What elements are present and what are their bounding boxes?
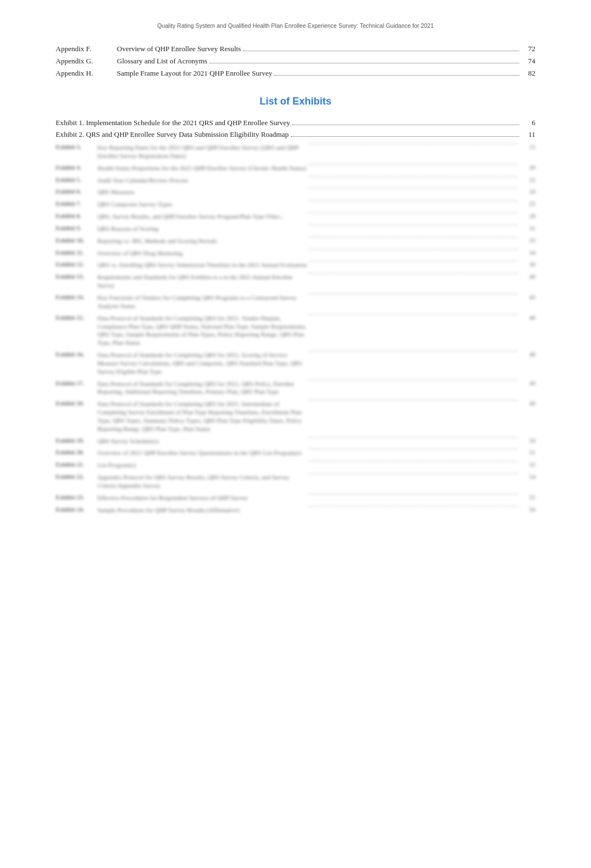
blurred-exhibit-num: Exhibit 12.: [56, 261, 97, 267]
blurred-exhibit-desc: Effective Procedures for Respondent Surv…: [97, 494, 307, 502]
blurred-exhibit-page: 40: [520, 273, 535, 280]
blurred-exhibit-desc: Data Protocol of Standards for Completin…: [97, 380, 307, 396]
exhibit-entry-1: Exhibit 1. Implementation Schedule for t…: [56, 118, 535, 127]
blurred-exhibit-page: 50: [520, 437, 535, 444]
blurred-exhibit-desc: Requirements and Standards for QRS Exhib…: [97, 273, 307, 290]
blurred-exhibit-entry: Exhibit 9.QRS Reasons of Scoring31: [56, 225, 535, 233]
blurred-exhibit-num: Exhibit 17.: [56, 380, 97, 386]
blurred-exhibit-entry: Exhibit 18.Data Protocol of Standards fo…: [56, 400, 535, 433]
exhibit-2-title: Exhibit 2. QRS and QHP Enrollee Survey D…: [56, 130, 535, 139]
blurred-exhibit-desc: Data Protocol of Standards for Completin…: [97, 351, 307, 376]
exhibit-dots: [292, 125, 519, 125]
appendix-f-label: Appendix F.: [56, 44, 117, 53]
blurred-dots: [309, 449, 519, 449]
blurred-dots: [309, 314, 519, 315]
blurred-dots: [309, 249, 519, 250]
blurred-exhibit-num: Exhibit 10.: [56, 237, 97, 244]
blurred-exhibit-page: 48: [520, 314, 535, 321]
blurred-exhibit-num: Exhibit 14.: [56, 294, 97, 300]
blurred-dots: [309, 261, 519, 261]
blurred-dots: [309, 437, 519, 438]
blurred-exhibit-page: 28: [520, 212, 535, 219]
blurred-exhibit-desc: Data Protocol of Standards for Completin…: [97, 400, 307, 433]
blurred-exhibit-desc: Health Status Proportions for the 2021 Q…: [97, 164, 307, 172]
blurred-exhibit-desc: Data Protocol of Standards for Completin…: [97, 314, 307, 347]
blurred-exhibit-desc: Audit Year Calendar/Review Process: [97, 176, 307, 185]
blurred-dots: [309, 225, 519, 225]
blurred-exhibit-page: 48: [520, 351, 535, 358]
blurred-exhibit-num: Exhibit 19.: [56, 437, 97, 444]
blurred-exhibit-desc: Sample Procedures for QHP Survey Results…: [97, 506, 307, 514]
page: Quality Rating System and Qualified Heal…: [0, 0, 591, 868]
blurred-dots: [309, 400, 519, 400]
blurred-dots: [309, 200, 519, 201]
blurred-exhibit-page: 51: [520, 449, 535, 455]
blurred-exhibit-entry: Exhibit 7.QRS Composite Survey Types25: [56, 200, 535, 209]
blurred-dots: [309, 473, 519, 474]
blurred-exhibit-entry: Exhibit 24.Sample Procedures for QHP Sur…: [56, 506, 535, 514]
blurred-exhibit-entry: Exhibit 16.Data Protocol of Standards fo…: [56, 351, 535, 376]
blurred-exhibit-entry: Exhibit 15.Data Protocol of Standards fo…: [56, 314, 535, 347]
blurred-exhibit-entry: Exhibit 10.Reporting vs. IRS, Methods an…: [56, 237, 535, 245]
toc-dots: [243, 51, 519, 51]
blurred-exhibit-desc: Overview of QRS Drug Marketing: [97, 249, 307, 257]
exhibit-entry-2: Exhibit 2. QRS and QHP Enrollee Survey D…: [56, 130, 535, 139]
blurred-exhibit-page: 25: [520, 200, 535, 207]
blurred-exhibit-entry: Exhibit 11.Overview of QRS Drug Marketin…: [56, 249, 535, 257]
blurred-exhibit-desc: Overview of 2021 QHP Enrollee Survey Que…: [97, 449, 307, 457]
blurred-exhibit-entry: Exhibit 21.List Program(s)52: [56, 461, 535, 469]
blurred-exhibit-num: Exhibit 24.: [56, 506, 97, 513]
appendix-g-label: Appendix G.: [56, 57, 117, 66]
appendix-toc: Appendix F. Overview of QHP Enrollee Sur…: [56, 44, 535, 78]
blurred-exhibit-page: 31: [520, 225, 535, 231]
blurred-exhibit-page: 34: [520, 249, 535, 256]
blurred-exhibit-entry: Exhibit 17.Data Protocol of Standards fo…: [56, 380, 535, 396]
blurred-exhibit-desc: QRS vs. Enrolling QRS Survey Submission …: [97, 261, 307, 269]
blurred-exhibit-num: Exhibit 5.: [56, 176, 97, 183]
appendix-f-title: Overview of QHP Enrollee Survey Results …: [117, 44, 535, 53]
blurred-exhibit-page: 43: [520, 294, 535, 300]
toc-entry-h: Appendix H. Sample Frame Layout for 2021…: [56, 69, 535, 78]
blurred-exhibit-page: 24: [520, 188, 535, 195]
blurred-exhibit-num: Exhibit 3.: [56, 143, 97, 150]
blurred-exhibit-num: Exhibit 15.: [56, 314, 97, 321]
blurred-dots: [309, 494, 519, 494]
toc-dots: [274, 75, 519, 76]
blurred-exhibit-page: 22: [520, 176, 535, 183]
blurred-exhibit-num: Exhibit 6.: [56, 188, 97, 195]
blurred-exhibit-list: Exhibit 3.Key Reporting Dates for the 20…: [56, 143, 535, 514]
blurred-exhibit-num: Exhibit 4.: [56, 164, 97, 171]
blurred-exhibit-entry: Exhibit 23.Effective Procedures for Resp…: [56, 494, 535, 502]
toc-entry-g: Appendix G. Glossary and List of Acronym…: [56, 57, 535, 66]
blurred-exhibit-num: Exhibit 7.: [56, 200, 97, 207]
blurred-exhibit-entry: Exhibit 22.Appendix Protocol for QRS Sur…: [56, 473, 535, 490]
blurred-dots: [309, 461, 519, 462]
blurred-dots: [309, 294, 519, 294]
blurred-exhibit-desc: QRS Reasons of Scoring: [97, 225, 307, 233]
blurred-dots: [309, 273, 519, 274]
blurred-dots: [309, 237, 519, 237]
blurred-dots: [309, 188, 519, 189]
blurred-exhibit-page: 55: [520, 494, 535, 500]
blurred-exhibit-num: Exhibit 21.: [56, 461, 97, 468]
blurred-dots: [309, 351, 519, 351]
blurred-exhibit-page: 15: [520, 143, 535, 150]
blurred-exhibit-entry: Exhibit 12.QRS vs. Enrolling QRS Survey …: [56, 261, 535, 269]
blurred-exhibit-desc: QRS Measures: [97, 188, 307, 196]
appendix-h-title: Sample Frame Layout for 2021 QHP Enrolle…: [117, 69, 535, 78]
blurred-exhibit-entry: Exhibit 13.Requirements and Standards fo…: [56, 273, 535, 290]
blurred-exhibit-desc: Appendix Protocol for QRS Survey Results…: [97, 473, 307, 490]
blurred-exhibit-page: 56: [520, 506, 535, 513]
page-header: Quality Rating System and Qualified Heal…: [56, 22, 535, 29]
blurred-exhibit-num: Exhibit 18.: [56, 400, 97, 406]
blurred-exhibit-entry: Exhibit 20.Overview of 2021 QHP Enrollee…: [56, 449, 535, 457]
blurred-exhibit-num: Exhibit 13.: [56, 273, 97, 280]
blurred-exhibit-desc: QRS, Survey Results, and QHP Enrollee Su…: [97, 212, 307, 221]
blurred-dots: [309, 143, 519, 144]
blurred-exhibit-num: Exhibit 11.: [56, 249, 97, 256]
exhibit-list: Exhibit 1. Implementation Schedule for t…: [56, 118, 535, 139]
blurred-exhibit-entry: Exhibit 3.Key Reporting Dates for the 20…: [56, 143, 535, 160]
blurred-exhibit-desc: List Program(s): [97, 461, 307, 469]
blurred-exhibit-num: Exhibit 20.: [56, 449, 97, 455]
header-text: Quality Rating System and Qualified Heal…: [157, 22, 434, 29]
